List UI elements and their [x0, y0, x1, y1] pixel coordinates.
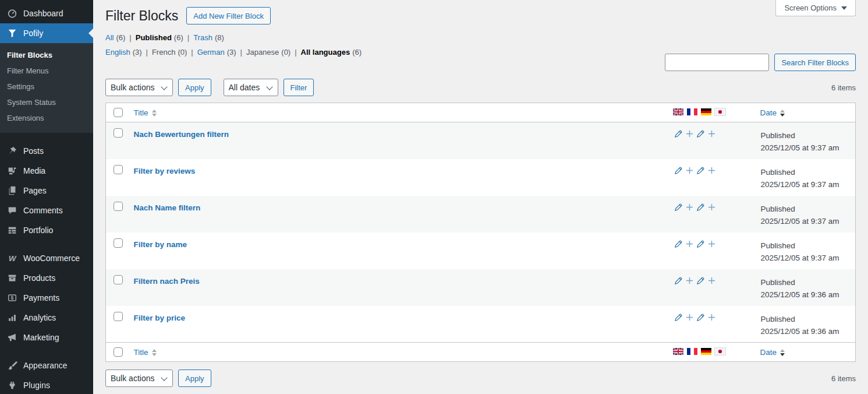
edit-translation-button[interactable]: [696, 239, 706, 249]
sidebar-item-comments[interactable]: Comments: [0, 200, 93, 220]
sidebar-item-label: WooCommerce: [23, 254, 80, 263]
sort-icon: [152, 110, 157, 117]
sidebar-subitem-filter-blocks[interactable]: Filter Blocks: [0, 47, 93, 63]
sidebar-item-analytics[interactable]: Analytics: [0, 308, 93, 328]
sort-by-title-link[interactable]: Title: [134, 348, 157, 357]
filter-count: (3): [133, 48, 142, 57]
published-filter-link[interactable]: Published: [136, 33, 172, 42]
screen-options-button[interactable]: Screen Options: [775, 0, 856, 16]
german-filter-link[interactable]: German: [197, 48, 225, 57]
japanese-filter-link: Japanese: [246, 48, 279, 57]
row-checkbox[interactable]: [114, 165, 123, 174]
add-translation-button[interactable]: [707, 276, 717, 286]
row-checkbox[interactable]: [114, 128, 123, 138]
sidebar-subitem-settings[interactable]: Settings: [0, 79, 93, 94]
sidebar-item-appearance[interactable]: Appearance: [0, 356, 93, 375]
pencil-icon: [674, 166, 683, 174]
filter-block-title-link[interactable]: Nach Bewertungen filtern: [134, 130, 229, 139]
add-translation-button[interactable]: [685, 202, 695, 212]
bulk-actions-select[interactable]: Bulk actions: [105, 79, 173, 96]
filter-block-title-link[interactable]: Nach Name filtern: [134, 203, 201, 212]
filter-block-title-link[interactable]: Filter by name: [134, 240, 187, 249]
plugins-icon: [6, 379, 18, 391]
filter-blocks-table: Title Date Nach Bewertungen filternPubli…: [105, 103, 856, 362]
filter-block-title-link[interactable]: Filter by reviews: [134, 167, 196, 175]
edit-translation-button[interactable]: [674, 166, 683, 175]
sidebar-item-marketing[interactable]: Marketing: [0, 328, 93, 347]
title-column-label: Title: [134, 108, 148, 117]
edit-translation-button[interactable]: [696, 166, 706, 175]
edit-translation-button[interactable]: [674, 239, 683, 249]
sidebar-item-media[interactable]: Media: [0, 161, 93, 181]
woocommerce-icon: W: [6, 252, 18, 264]
sidebar-subitem-filter-menus[interactable]: Filter Menus: [0, 63, 93, 79]
language-flags-footer: [673, 348, 725, 355]
sidebar-subitem-system-status[interactable]: System Status: [0, 94, 93, 110]
add-translation-button[interactable]: [707, 166, 717, 175]
sidebar-item-label: Pages: [23, 186, 47, 195]
japan-flag-icon: [715, 348, 725, 355]
trash-filter-link[interactable]: Trash: [193, 33, 212, 42]
sidebar-item-plugins[interactable]: Plugins: [0, 375, 93, 394]
screen-options-label: Screen Options: [784, 3, 837, 12]
search-filter-blocks-button[interactable]: Search Filter Blocks: [774, 54, 856, 71]
pencil-icon: [674, 276, 683, 284]
sidebar-item-dashboard[interactable]: Dashboard: [0, 3, 93, 23]
add-translation-button[interactable]: [685, 239, 695, 249]
edit-translation-button[interactable]: [674, 202, 683, 212]
filter-block-title-link[interactable]: Filtern nach Preis: [134, 277, 200, 286]
portfolio-icon: [6, 224, 18, 236]
sidebar-item-posts[interactable]: Posts: [0, 141, 93, 161]
sidebar-subitem-extensions[interactable]: Extensions: [0, 110, 93, 126]
title-column-label: Title: [134, 348, 148, 357]
row-checkbox[interactable]: [114, 238, 123, 248]
table-row: Filtern nach PreisPublished2025/12/05 at…: [106, 269, 856, 306]
sort-by-date-link[interactable]: Date: [760, 108, 785, 117]
edit-translation-button[interactable]: [696, 129, 706, 139]
filter-button[interactable]: Filter: [284, 79, 314, 96]
add-translation-button[interactable]: [707, 239, 717, 249]
add-translation-button[interactable]: [707, 202, 717, 212]
sidebar-item-pofily[interactable]: Pofily: [0, 23, 93, 43]
add-translation-button[interactable]: [707, 129, 717, 139]
edit-translation-button[interactable]: [696, 276, 706, 286]
japan-flag-icon: [715, 108, 725, 115]
row-checkbox[interactable]: [114, 202, 123, 211]
sidebar-item-pages[interactable]: Pages: [0, 181, 93, 200]
edit-translation-button[interactable]: [674, 276, 683, 286]
table-row: Nach Bewertungen filternPublished2025/12…: [106, 122, 856, 159]
sidebar-item-woocommerce[interactable]: WWooCommerce: [0, 248, 93, 268]
germany-flag-icon: [701, 108, 711, 115]
add-translation-button[interactable]: [685, 129, 695, 139]
search-input[interactable]: [665, 54, 769, 71]
edit-translation-button[interactable]: [696, 312, 706, 322]
sidebar-item-label: Pofily: [23, 29, 43, 38]
add-translation-button[interactable]: [685, 276, 695, 286]
apply-button-bottom[interactable]: Apply: [178, 370, 211, 387]
all-languages-filter-link[interactable]: All languages: [301, 48, 350, 57]
add-new-filter-block-button[interactable]: Add New Filter Block: [186, 7, 271, 24]
edit-translation-button[interactable]: [696, 202, 706, 212]
row-checkbox[interactable]: [114, 275, 123, 284]
sidebar-item-products[interactable]: Products: [0, 268, 93, 288]
all-dates-select[interactable]: All dates: [224, 79, 278, 96]
filter-block-title-link[interactable]: Filter by price: [134, 314, 186, 322]
add-translation-button[interactable]: [685, 166, 695, 175]
add-translation-button[interactable]: [707, 312, 717, 322]
english-filter-link[interactable]: English: [105, 48, 130, 57]
sort-by-title-link[interactable]: Title: [134, 108, 157, 117]
sidebar-item-payments[interactable]: $Payments: [0, 288, 93, 308]
apply-button[interactable]: Apply: [178, 79, 211, 96]
add-translation-button[interactable]: [685, 312, 695, 322]
sidebar-item-portfolio[interactable]: Portfolio: [0, 220, 93, 240]
edit-translation-button[interactable]: [674, 129, 683, 139]
select-all-checkbox[interactable]: [114, 347, 123, 357]
separator: |: [187, 33, 189, 42]
edit-translation-button[interactable]: [674, 312, 683, 322]
select-all-checkbox[interactable]: [114, 108, 123, 117]
row-checkbox[interactable]: [114, 312, 123, 321]
bulk-actions-select-bottom[interactable]: Bulk actions: [105, 370, 173, 387]
sort-by-date-link[interactable]: Date: [760, 348, 785, 357]
date-column-label: Date: [760, 348, 777, 357]
all-filter-link[interactable]: All: [105, 33, 114, 42]
